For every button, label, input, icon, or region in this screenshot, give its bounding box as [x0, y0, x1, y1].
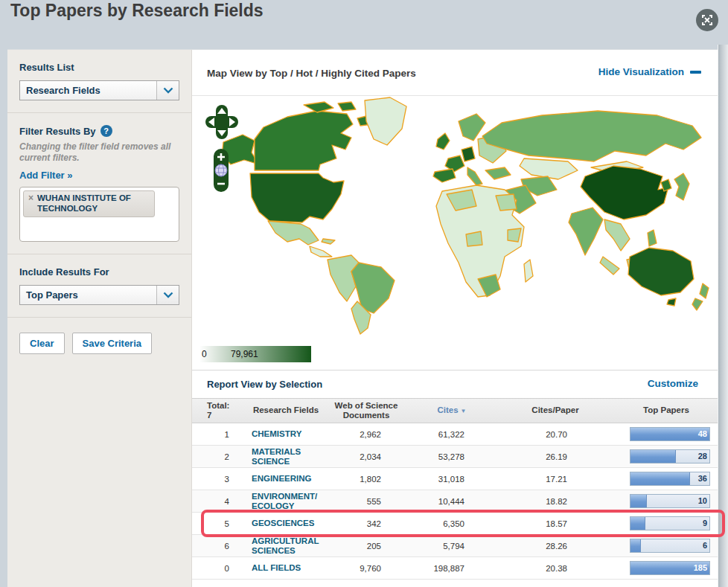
wos-documents-cell: 205 [325, 542, 408, 551]
remove-filter-icon[interactable]: × [28, 193, 33, 203]
map-pan-control[interactable] [205, 105, 238, 142]
cites-per-paper-cell: 20.38 [496, 564, 615, 573]
top-papers-cell: 10 [615, 494, 718, 508]
filter-heading: Filter Results By [19, 126, 96, 137]
research-field-link[interactable]: MATERIALS SCIENCE [247, 447, 320, 466]
cites-per-paper-cell: 17.21 [496, 475, 615, 484]
research-field-link[interactable]: GEOSCIENCES [247, 519, 320, 528]
table-body: 1CHEMISTRY2,96261,32220.70482MATERIALS S… [192, 423, 718, 580]
table-row: 4ENVIRONMENT/ECOLOGY55510,44418.8210 [192, 490, 718, 513]
collapse-icon [690, 71, 701, 74]
include-results-section: Include Results For Top Papers [7, 254, 191, 318]
top-papers-bar: 48 [630, 427, 710, 441]
vertical-scrollbar[interactable] [718, 45, 728, 587]
rank-cell: 6 [192, 542, 247, 551]
wos-documents-cell: 555 [325, 497, 408, 506]
column-header-cites-per-paper: Cites/Paper [496, 405, 615, 415]
top-papers-cell: 36 [615, 472, 718, 486]
rank-cell: 2 [192, 452, 247, 461]
wos-documents-cell: 2,034 [325, 452, 408, 461]
cites-per-paper-cell: 26.19 [496, 452, 615, 461]
cites-cell: 31,018 [408, 475, 496, 484]
save-criteria-button[interactable]: Save Criteria [72, 333, 153, 354]
rank-cell: 4 [192, 497, 247, 506]
fullscreen-button[interactable] [695, 7, 720, 33]
cites-cell: 10,444 [408, 497, 496, 506]
hide-visualization-label: Hide Visualization [598, 66, 684, 77]
hide-visualization-link[interactable]: Hide Visualization [598, 66, 701, 77]
table-row: 2MATERIALS SCIENCE2,03453,27826.1928 [192, 446, 718, 468]
top-papers-bar: 28 [630, 449, 710, 463]
column-header-top-papers: Top Papers [615, 405, 718, 415]
table-row: 3ENGINEERING1,80231,01817.2136 [192, 468, 718, 490]
globe-icon [215, 164, 227, 176]
results-list-dropdown[interactable]: Research Fields [19, 80, 179, 100]
filter-note: Changing the filter field removes all cu… [19, 141, 179, 164]
research-field-link[interactable]: CHEMISTRY [247, 429, 320, 439]
cites-cell: 5,794 [408, 542, 496, 551]
table-row: 6AGRICULTURAL SCIENCES2055,79428.266 [192, 535, 718, 557]
wos-documents-cell: 9,760 [325, 564, 408, 573]
column-header-research-fields: Research Fields [247, 405, 325, 415]
top-papers-bar: 36 [630, 472, 710, 486]
filter-box: × WUHAN INSTITUTE OF TECHNOLOGY [19, 187, 179, 242]
column-header-cites[interactable]: Cites▼ [408, 405, 496, 415]
top-papers-bar-fill [630, 539, 641, 552]
table-row: 5GEOSCIENCES3426,35018.579 [192, 513, 718, 535]
cites-cell: 6,350 [408, 519, 496, 528]
cites-cell: 53,278 [408, 452, 496, 461]
filter-chip[interactable]: × WUHAN INSTITUTE OF TECHNOLOGY [23, 190, 155, 217]
research-field-link[interactable]: ALL FIELDS [247, 563, 320, 573]
top-papers-bar-fill [630, 517, 645, 530]
include-results-selected-value: Top Papers [20, 286, 156, 304]
cites-per-paper-cell: 20.70 [496, 430, 615, 439]
top-papers-cell: 9 [615, 516, 718, 530]
top-papers-value: 6 [703, 539, 707, 552]
wos-documents-cell: 342 [325, 519, 408, 528]
report-view-header: Report View by Selection Customize [192, 370, 718, 398]
research-field-link[interactable]: ENGINEERING [247, 474, 320, 484]
map-view-title: Map View by Top / Hot / Highly Cited Pap… [207, 68, 416, 79]
map-zoom-control[interactable] [213, 148, 229, 196]
rank-cell: 3 [192, 475, 247, 484]
results-list-heading: Results List [19, 62, 179, 73]
wos-documents-cell: 2,962 [325, 430, 408, 439]
legend-max-value: 79,961 [231, 349, 258, 359]
research-field-link[interactable]: ENVIRONMENT/ECOLOGY [247, 492, 320, 510]
clear-button[interactable]: Clear [19, 333, 65, 354]
table-row: 1CHEMISTRY2,96261,32220.7048 [192, 423, 718, 446]
top-papers-value: 10 [698, 495, 707, 507]
top-papers-bar: 9 [630, 516, 710, 530]
world-map[interactable] [192, 96, 718, 341]
top-papers-bar: 10 [630, 494, 710, 508]
cites-cell: 61,322 [408, 430, 496, 439]
legend-gradient-bar: 0 79,961 [199, 346, 311, 362]
column-header-wos-documents: Web of Science Documents [325, 401, 408, 420]
actions-section: Clear Save Criteria [7, 318, 191, 366]
top-papers-value: 185 [694, 562, 707, 574]
report-view-title: Report View by Selection [207, 379, 322, 390]
top-papers-bar-fill [630, 450, 676, 463]
main-area: Map View by Top / Hot / Highly Cited Pap… [192, 50, 718, 587]
page-header: Top Papers by Research Fields [0, 0, 728, 49]
add-filter-link[interactable]: Add Filter » [19, 170, 179, 181]
filter-chip-label: WUHAN INSTITUTE OF TECHNOLOGY [37, 193, 149, 214]
cites-cell: 198,887 [408, 564, 496, 573]
fullscreen-icon [695, 7, 720, 33]
rank-cell: 1 [192, 430, 247, 439]
research-field-link[interactable]: AGRICULTURAL SCIENCES [247, 536, 320, 555]
top-papers-value: 28 [698, 450, 707, 463]
map-view-header: Map View by Top / Hot / Highly Cited Pap… [192, 50, 718, 96]
top-papers-value: 9 [703, 517, 707, 530]
top-papers-bar-fill [630, 495, 647, 507]
customize-link[interactable]: Customize [648, 378, 698, 389]
help-icon[interactable]: ? [100, 125, 112, 137]
map-legend: 0 79,961 [192, 341, 718, 370]
top-papers-value: 48 [698, 428, 707, 440]
top-papers-value: 36 [698, 472, 707, 485]
include-results-dropdown[interactable]: Top Papers [19, 285, 179, 305]
chevron-down-icon [156, 81, 179, 100]
wos-documents-cell: 1,802 [325, 475, 408, 484]
top-papers-bar: 185 [630, 561, 710, 575]
filter-section: Filter Results By ? Changing the filter … [7, 113, 191, 254]
